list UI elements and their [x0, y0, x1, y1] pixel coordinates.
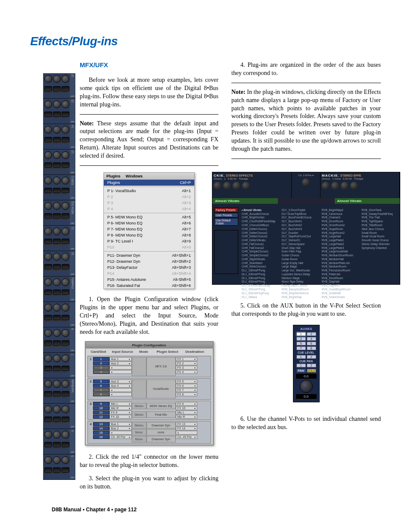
aux-panel-figure: AUXES 12 34 56 78 CUE LEVEL 12 CUE PAN 1…: [293, 325, 320, 402]
note-2: Note: In the plug-in windows, clicking d…: [231, 88, 381, 153]
mfx-ufx-heading: MFX/UFX: [80, 61, 218, 68]
step-2: 2. Click the red 1/4" connector on the l…: [80, 453, 218, 470]
plugin-config-figure: Plugin Configuration Card/SlotInput Sour…: [85, 341, 214, 445]
step-6: 6. Use the channel V-Pots to set individ…: [231, 415, 381, 432]
step-5: 5. Click on the AUX button in the V-Pot …: [231, 302, 381, 318]
right-column: 4. Plug-ins are organized in the order o…: [231, 61, 381, 496]
divider: [231, 159, 381, 159]
intro-text: Before we look at more setup examples, l…: [80, 76, 218, 109]
divider: [231, 83, 381, 83]
channel-strip: // build later via populate 16OFF 15OFF …: [43, 73, 75, 478]
fx-preset-figure: CKIE. STEREO EFFECTS Chorus 1 5.00 Hz Tr…: [212, 172, 400, 285]
page-heading: Effects/Plug-ins: [30, 34, 381, 48]
plugins-menu-figure: PluginsWindows PluginsCtrl+P P 1- VocalS…: [103, 172, 195, 289]
note-1: Note: These steps assume that the defaul…: [80, 120, 218, 160]
step-1: 1. Open the Plugin Configuration window …: [80, 296, 218, 336]
step-3: 3. Select the plug-in you want to adjust…: [80, 475, 218, 491]
step-4: 4. Plug-ins are organized in the order o…: [231, 61, 381, 78]
left-column: MFX/UFX Before we look at more setup exa…: [80, 61, 218, 496]
divider: [80, 114, 218, 115]
page-footer: D8B Manual • Chapter 4 • page 112: [52, 507, 137, 513]
divider: [80, 165, 218, 166]
